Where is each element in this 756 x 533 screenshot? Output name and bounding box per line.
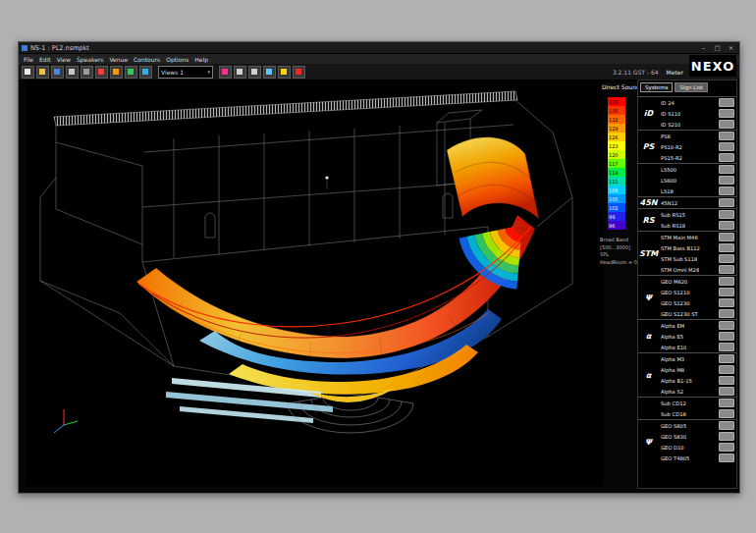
app-icon [22, 45, 27, 51]
measure-icon[interactable] [278, 66, 291, 79]
speaker-item[interactable]: Alpha E5 [659, 331, 736, 342]
speaker-thumbnail [719, 365, 734, 374]
menu-edit[interactable]: Edit [36, 56, 54, 63]
speaker-thumbnail [719, 153, 734, 162]
speaker-item[interactable]: GEO S1230 [659, 297, 736, 308]
speaker-item[interactable]: LS500 [659, 164, 736, 175]
speaker-item[interactable]: Alpha EM [659, 320, 736, 331]
speaker-label: Alpha M3 [661, 356, 684, 362]
array-icon[interactable] [110, 66, 123, 79]
tab-systems[interactable]: Systems [640, 82, 673, 92]
titlebar[interactable]: NS-1 : PL2.nsmpkt – □ × [19, 42, 739, 54]
speaker-item[interactable]: Sub RS15 [659, 209, 736, 220]
speaker-item[interactable]: GEO T4805 [659, 453, 736, 463]
speaker-label: Sub CD18 [661, 411, 686, 417]
speaker-item[interactable]: PS15-R2 [659, 152, 736, 163]
speaker-thumbnail [719, 421, 734, 430]
speaker-item[interactable]: LS18 [659, 186, 736, 196]
speaker-item[interactable]: 45N12 [659, 197, 736, 208]
speaker-item[interactable]: LS600 [659, 175, 736, 186]
speaker-item[interactable]: Alpha M3 [659, 353, 736, 364]
views-dropdown[interactable]: Views 1 ▾ [158, 66, 213, 79]
legend-value: 135 [609, 108, 619, 114]
speaker-item[interactable]: PS10-R2 [659, 141, 736, 152]
zoom-out-icon[interactable] [248, 66, 261, 79]
speaker-marker[interactable] [325, 176, 328, 189]
speaker-item[interactable]: Alpha M8 [659, 364, 736, 375]
menu-contours[interactable]: Contours [131, 56, 163, 63]
new-file-icon[interactable] [22, 66, 34, 79]
speaker-label: GEO S805 [661, 423, 686, 429]
zoom-out-icon-glyph [251, 69, 257, 75]
save-icon[interactable] [51, 66, 64, 79]
speaker-label: Alpha M8 [661, 367, 684, 373]
speaker-item[interactable]: GEO S1210 [659, 287, 736, 297]
speaker-item[interactable]: STM Main M46 [659, 232, 736, 242]
speaker-item[interactable]: PS8 [659, 131, 736, 141]
legend-value: 117 [609, 161, 619, 167]
speaker-label: PS8 [661, 133, 671, 139]
speaker-item[interactable]: Sub CD18 [659, 408, 736, 419]
brand-logo-α: α [638, 353, 659, 397]
brand-logo-ψ: Ψ [638, 420, 659, 463]
measure-icon-glyph [281, 69, 287, 75]
speaker-thumbnail [719, 187, 734, 195]
print-icon[interactable] [66, 66, 79, 79]
speaker-item[interactable]: ID 24 [659, 97, 736, 108]
speaker-thumbnail [719, 332, 734, 341]
speaker-label: Alpha E10 [661, 345, 686, 350]
speaker-item[interactable]: Alpha B1-15 [659, 375, 736, 386]
spl-color-legend: 1381351321291261231201171141111081051029… [608, 97, 625, 230]
speaker-item[interactable]: GEO M620 [659, 276, 736, 287]
speaker-item[interactable]: GEO S830 [659, 431, 736, 442]
brand-logo-id: iD [638, 97, 659, 130]
speaker-rows: PS8PS10-R2PS15-R2 [659, 131, 736, 163]
speaker-item[interactable]: Alpha S2 [659, 386, 736, 397]
speaker-item[interactable]: GEO S1230 ST [659, 308, 736, 319]
menu-file[interactable]: File [21, 56, 36, 63]
speaker-item[interactable]: STM Sub S118 [659, 253, 736, 264]
tab-sign-list[interactable]: Sign List [675, 82, 707, 92]
speaker-label: Alpha S2 [661, 389, 683, 395]
copy-icon[interactable] [81, 66, 93, 79]
speaker-item[interactable]: Sub RS18 [659, 220, 736, 231]
maximize-button[interactable]: □ [712, 43, 723, 53]
menu-venue[interactable]: Venue [106, 56, 131, 63]
brand-logo [638, 398, 659, 419]
speaker-thumbnail [719, 165, 734, 174]
speaker-item[interactable]: GEO D10 [659, 442, 736, 453]
venue-3d-view[interactable] [27, 80, 604, 486]
meter-button[interactable]: Meter [667, 69, 683, 76]
speaker-item[interactable]: ID S210 [659, 119, 736, 130]
open-icon[interactable] [36, 66, 49, 79]
contours-icon[interactable] [219, 66, 232, 79]
mapping-icon[interactable] [139, 66, 152, 79]
speaker-item[interactable]: GEO S805 [659, 420, 736, 431]
info-icon[interactable] [293, 66, 305, 79]
speaker-item[interactable]: STM Bass B112 [659, 242, 736, 253]
legend-cell: 102 [608, 203, 625, 212]
venue-icon[interactable] [125, 66, 137, 79]
speaker-item[interactable]: Sub CD12 [659, 398, 736, 408]
menu-speakers[interactable]: Speakers [74, 56, 107, 63]
menu-view[interactable]: View [54, 56, 74, 63]
speaker-item[interactable]: ID S110 [659, 108, 736, 119]
speaker-item[interactable]: Alpha E10 [659, 342, 736, 352]
minimize-button[interactable]: – [698, 43, 709, 53]
zoom-in-icon[interactable] [234, 66, 246, 79]
speaker-icon[interactable] [95, 66, 108, 79]
legend-value: 126 [609, 134, 619, 140]
speaker-label: ID S110 [661, 111, 680, 117]
rotate-view-icon[interactable] [263, 66, 276, 79]
speaker-label: GEO S1210 [661, 290, 690, 295]
axis-triad-icon [54, 409, 78, 433]
spl-shell-upper-right [447, 137, 539, 219]
speaker-item[interactable]: STM Omni M28 [659, 264, 736, 275]
menu-options[interactable]: Options [163, 56, 191, 63]
speaker-label: Alpha B1-15 [661, 378, 692, 384]
legend-cell: 138 [608, 97, 625, 106]
speaker-section: Sub CD12Sub CD18 [638, 397, 736, 419]
menu-help[interactable]: Help [191, 56, 211, 63]
venue-3d-viewport[interactable] [27, 80, 604, 486]
close-button[interactable]: × [726, 43, 736, 53]
